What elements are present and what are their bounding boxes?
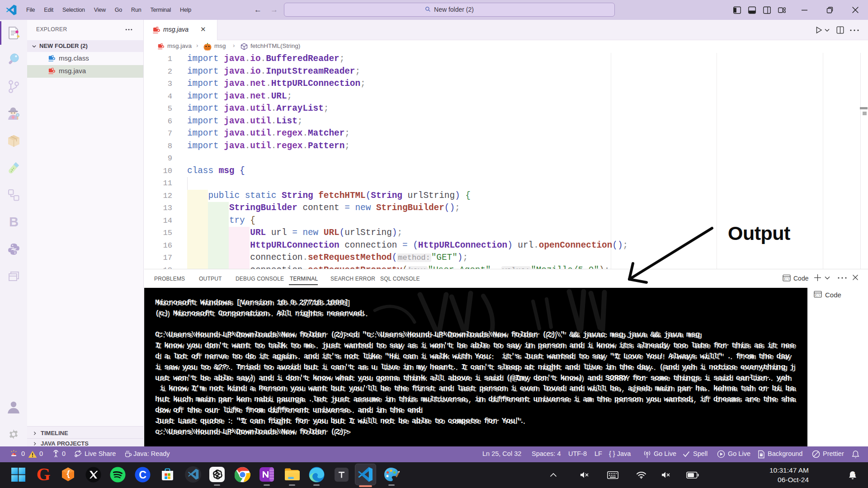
svg-text:C:\: C:\ <box>815 294 821 297</box>
svg-text:z: z <box>854 471 856 475</box>
svg-text:C:\: C:\ <box>784 278 789 281</box>
